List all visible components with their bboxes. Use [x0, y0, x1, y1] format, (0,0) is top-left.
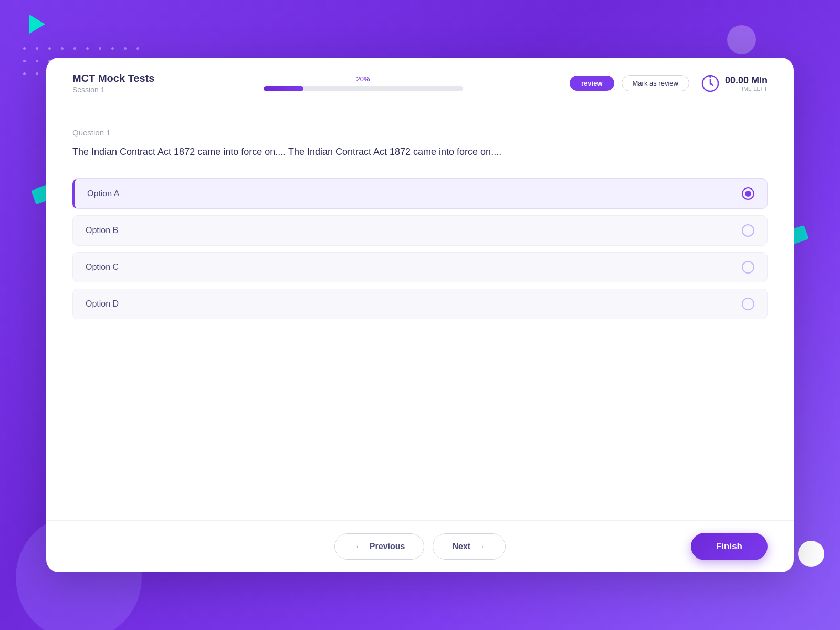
- header-actions: review Mark as review 00.00 Min Time Lef…: [570, 74, 768, 93]
- option-d-radio: [742, 298, 754, 310]
- timer-section: 00.00 Min Time Left: [701, 74, 768, 93]
- circle-small-top: [727, 25, 756, 54]
- timer-text: 00.00 Min Time Left: [725, 75, 768, 92]
- option-c[interactable]: Option C: [72, 252, 768, 282]
- option-d-label: Option D: [86, 299, 119, 309]
- card-header: MCT Mock Tests Session 1 20% review Mark…: [46, 58, 794, 107]
- option-c-label: Option C: [86, 262, 119, 272]
- card-body: Question 1 The Indian Contract Act 1872 …: [46, 107, 794, 520]
- next-label: Next: [452, 542, 470, 551]
- progress-percent: 20%: [356, 75, 370, 83]
- options-list: Option A Option B Option C Option D: [72, 178, 768, 319]
- clock-icon: [701, 74, 720, 93]
- next-button[interactable]: Next →: [433, 533, 506, 560]
- option-a[interactable]: Option A: [72, 178, 768, 209]
- previous-button[interactable]: ← Previous: [334, 533, 425, 560]
- question-label: Question 1: [72, 128, 768, 137]
- previous-label: Previous: [370, 542, 405, 551]
- timer-value: 00.00 Min: [725, 75, 768, 86]
- circle-white-right: [798, 541, 824, 567]
- card-footer: ← Previous Next → Finish: [46, 520, 794, 572]
- option-c-radio: [742, 261, 754, 274]
- option-b-radio: [742, 224, 754, 237]
- test-info: MCT Mock Tests Session 1: [72, 72, 156, 94]
- option-a-radio-inner: [745, 191, 751, 197]
- option-b-label: Option B: [86, 226, 118, 235]
- option-a-label: Option A: [87, 189, 119, 198]
- timer-label: Time Left: [738, 86, 768, 92]
- finish-button[interactable]: Finish: [691, 533, 768, 560]
- test-title: MCT Mock Tests: [72, 72, 156, 85]
- progress-section: 20%: [173, 75, 553, 91]
- svg-point-1: [709, 76, 711, 78]
- option-a-radio: [742, 187, 754, 200]
- test-session: Session 1: [72, 86, 156, 94]
- progress-bar-track: [264, 86, 463, 91]
- option-b[interactable]: Option B: [72, 215, 768, 246]
- option-d[interactable]: Option D: [72, 289, 768, 319]
- left-arrow-icon: ←: [354, 541, 364, 552]
- progress-bar-fill: [264, 86, 303, 91]
- review-button[interactable]: review: [570, 76, 614, 91]
- play-icon-top: [29, 15, 45, 34]
- question-text: The Indian Contract Act 1872 came into f…: [72, 144, 768, 160]
- right-arrow-icon: →: [476, 541, 486, 552]
- mark-as-review-button[interactable]: Mark as review: [622, 75, 689, 91]
- main-card: MCT Mock Tests Session 1 20% review Mark…: [46, 58, 794, 572]
